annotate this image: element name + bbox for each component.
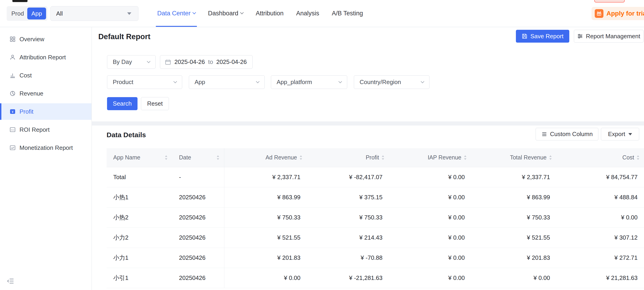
section-title: Data Details [106, 131, 146, 139]
collapse-sidebar-icon[interactable] [7, 277, 15, 285]
column-header-profit[interactable]: Profit [307, 148, 389, 167]
app-platform-select[interactable]: App_platform [271, 75, 347, 89]
cell-app-name: 小热2 [106, 207, 172, 228]
cell-iap-revenue: ¥ 0.00 [389, 268, 472, 288]
column-header-total-revenue[interactable]: Total Revenue [472, 148, 557, 167]
caret-down-icon [127, 12, 131, 15]
cell-cost: ¥ 0.00 [557, 207, 644, 228]
cell-profit: ¥ -82,417.07 [307, 167, 389, 187]
sidebar-item-cost[interactable]: Cost [0, 67, 92, 84]
person-icon [10, 54, 16, 60]
column-header-iap-revenue[interactable]: IAP Revenue [389, 148, 472, 167]
nav-item-ab-testing[interactable]: A/B Testing [332, 0, 363, 27]
nav-item-attribution[interactable]: Attribution [256, 0, 284, 27]
cell-date: 20250426 [172, 228, 224, 248]
cell-app-name: Total [106, 167, 172, 187]
column-label: App Name [113, 154, 140, 161]
roi-icon: ROI [10, 126, 16, 133]
data-table: App Name Date Ad Revenue Profit [106, 148, 644, 288]
chevron-down-icon [421, 79, 424, 83]
data-details-card: Data Details Custom Column Export [92, 126, 644, 290]
country-region-select-value: Country/Region [360, 79, 421, 86]
date-range-input[interactable]: 2025-04-26 to 2025-04-26 [160, 55, 252, 69]
nav-item-analysis[interactable]: Analysis [296, 0, 319, 27]
nav-item-dashboard[interactable]: Dashboard [208, 0, 243, 27]
cell-ad-revenue: ¥ 0.00 [224, 268, 307, 288]
list-icon [541, 131, 547, 137]
cell-ad-revenue: ¥ 750.33 [224, 207, 307, 228]
cell-total-revenue: ¥ 0.00 [472, 268, 557, 288]
reset-button-label: Reset [147, 100, 163, 107]
product-select[interactable]: Product [107, 75, 182, 89]
cell-date: - [172, 167, 224, 187]
date-end: 2025-04-26 [216, 58, 247, 65]
env-app-button[interactable]: App [27, 7, 46, 19]
date-separator: to [208, 58, 213, 65]
sidebar-item-revenue[interactable]: Revenue [0, 85, 92, 102]
table-row: 小热2 20250426 ¥ 750.33 ¥ 750.33 ¥ 0.00 ¥ … [106, 207, 644, 228]
column-label: IAP Revenue [428, 154, 461, 161]
scope-select[interactable]: All [50, 6, 138, 21]
cell-ad-revenue: ¥ 521.55 [224, 228, 307, 248]
column-header-ad-revenue[interactable]: Ad Revenue [224, 148, 307, 167]
gift-icon [595, 9, 604, 18]
cell-total-revenue: ¥ 521.55 [472, 228, 557, 248]
cell-profit: ¥ -21,281.63 [307, 268, 389, 288]
sidebar-item-label: Profit [20, 108, 34, 115]
nav-item-data-center[interactable]: Data Center [157, 0, 196, 27]
cell-total-revenue: ¥ 201.83 [472, 248, 557, 268]
coin-icon: ¥ [10, 108, 16, 115]
cell-app-name: 小力1 [106, 248, 172, 268]
sidebar-item-attribution-report[interactable]: Attribution Report [0, 49, 92, 65]
cell-date: 20250426 [172, 187, 224, 207]
column-label: Cost [622, 154, 634, 161]
app-select[interactable]: App [189, 75, 265, 89]
country-region-select[interactable]: Country/Region [354, 75, 430, 89]
cell-total-revenue: ¥ 2,337.71 [472, 167, 557, 187]
custom-column-button[interactable]: Custom Column [536, 128, 598, 140]
table-row: 小力2 20250426 ¥ 521.55 ¥ 214.43 ¥ 0.00 ¥ … [106, 228, 644, 248]
cell-cost: ¥ 307.12 [557, 228, 644, 248]
sort-icon [636, 155, 640, 160]
sliders-icon [577, 33, 583, 39]
cell-profit: ¥ 750.33 [307, 207, 389, 228]
report-management-label: Report Management [586, 33, 640, 40]
column-header-cost[interactable]: Cost [557, 148, 644, 167]
save-report-button[interactable]: Save Report [516, 30, 569, 43]
report-management-button[interactable]: Report Management [574, 30, 644, 43]
env-prod-button[interactable]: Prod [8, 10, 27, 17]
search-button[interactable]: Search [107, 97, 138, 110]
cell-app-name: 小引1 [106, 268, 172, 288]
sidebar-item-monetization-report[interactable]: Monetization Report [0, 139, 92, 156]
sidebar-item-label: Cost [20, 72, 32, 79]
apply-trial-button[interactable]: Apply for trial [592, 7, 644, 20]
cell-date: 20250426 [172, 268, 224, 288]
cell-iap-revenue: ¥ 0.00 [389, 187, 472, 207]
sort-icon [164, 155, 168, 160]
column-header-app-name[interactable]: App Name [106, 148, 172, 167]
cell-date: 20250426 [172, 248, 224, 268]
sidebar-item-profit[interactable]: ¥ Profit [0, 103, 92, 120]
cell-cost: ¥ 488.84 [557, 187, 644, 207]
nav-label: Attribution [256, 10, 284, 17]
report-filters-card: Default Report Save Report Report Manage… [92, 27, 644, 121]
export-button[interactable]: Export [601, 128, 639, 140]
product-select-value: Product [113, 79, 174, 86]
cell-profit: ¥ -70.88 [307, 248, 389, 268]
cell-cost: ¥ 21,281.63 [557, 268, 644, 288]
table-row: 小力1 20250426 ¥ 201.83 ¥ -70.88 ¥ 0.00 ¥ … [106, 248, 644, 268]
chevron-down-icon [338, 79, 342, 83]
sidebar-item-roi-report[interactable]: ROI ROI Report [0, 121, 92, 138]
granularity-select[interactable]: By Day [107, 55, 156, 69]
cell-date: 20250426 [172, 207, 224, 228]
sidebar-item-overview[interactable]: Overview [0, 31, 92, 47]
cell-total-revenue: ¥ 750.33 [472, 207, 557, 228]
nav-label: Dashboard [208, 10, 238, 17]
caret-down-icon [628, 133, 632, 135]
column-header-date[interactable]: Date [172, 148, 224, 167]
reset-button[interactable]: Reset [141, 97, 169, 110]
sort-icon [381, 155, 384, 160]
column-label: Ad Revenue [266, 154, 297, 161]
chevron-down-icon [256, 79, 260, 83]
nav-label: Analysis [296, 10, 319, 17]
